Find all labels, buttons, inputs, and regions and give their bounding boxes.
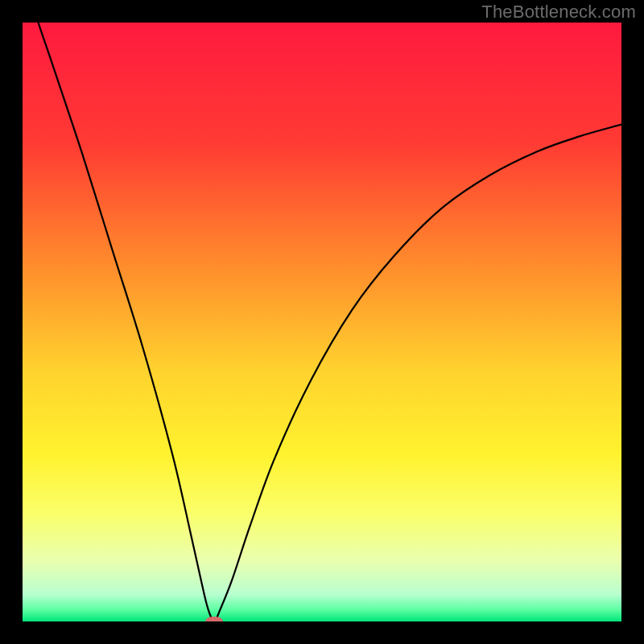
plot-area [23,23,621,621]
watermark-text: TheBottleneck.com [481,2,636,23]
chart-frame: TheBottleneck.com [0,0,644,644]
bottleneck-curve [23,23,621,621]
curve-layer [23,23,621,621]
optimum-marker [205,617,223,621]
